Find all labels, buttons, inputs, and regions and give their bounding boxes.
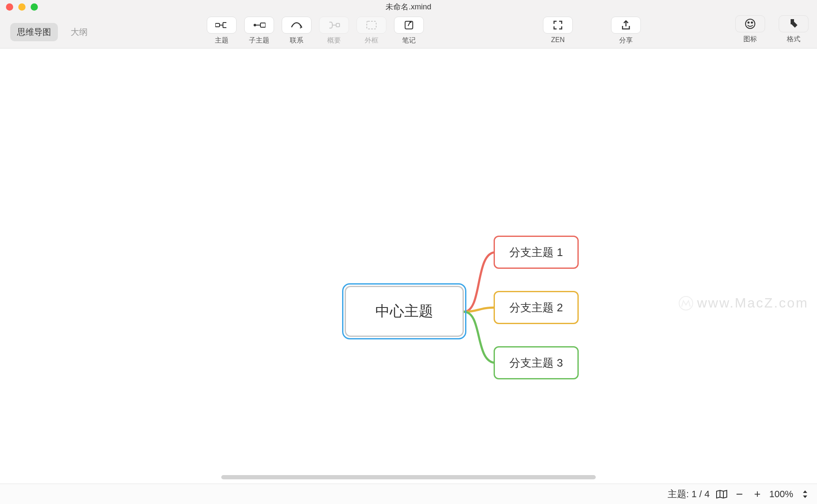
zen-icon[interactable] — [543, 17, 573, 34]
topic-count-label: 主题: — [668, 488, 689, 501]
tab-outline[interactable]: 大纲 — [64, 23, 94, 41]
branch-topic-3[interactable]: 分支主题 3 — [494, 346, 579, 379]
tool-format[interactable]: 格式 — [779, 15, 808, 44]
watermark-text: www.MacZ.com — [697, 295, 808, 311]
tool-summary: 概要 — [319, 17, 349, 45]
horizontal-scrollbar[interactable] — [0, 475, 817, 482]
svg-point-7 — [746, 19, 755, 28]
subtopic-icon[interactable] — [244, 17, 274, 34]
tool-label: 分享 — [619, 36, 633, 45]
tool-label: ZEN — [551, 36, 565, 44]
svg-rect-0 — [215, 23, 220, 27]
tool-share[interactable]: 分享 — [611, 17, 641, 45]
close-icon[interactable] — [6, 3, 13, 11]
zoom-stepper-icon[interactable] — [799, 488, 811, 500]
statusbar: 主题: 1 / 4 − + 100% — [0, 484, 817, 504]
topic-icon[interactable] — [207, 17, 237, 34]
central-topic[interactable]: 中心主题 — [345, 286, 464, 337]
tool-label: 外框 — [365, 36, 378, 45]
window-controls — [6, 3, 38, 11]
toolbar: 思维导图 大纲 主题 子主题 联系 概要 — [0, 14, 817, 48]
tool-label: 格式 — [787, 35, 800, 44]
tool-label: 笔记 — [402, 36, 416, 45]
titlebar: 未命名.xmind — [0, 0, 817, 14]
tool-emoji[interactable]: 图标 — [735, 15, 765, 44]
branch-topic-1[interactable]: 分支主题 1 — [494, 236, 579, 269]
svg-point-1 — [254, 24, 256, 26]
tab-mindmap[interactable]: 思维导图 — [10, 23, 58, 41]
emoji-icon[interactable] — [735, 15, 765, 32]
svg-point-6 — [410, 21, 411, 23]
tool-relationship[interactable]: 联系 — [282, 17, 311, 45]
scrollbar-thumb[interactable] — [221, 475, 596, 479]
toolbar-far-right: 图标 格式 — [735, 15, 808, 44]
tool-zen[interactable]: ZEN — [543, 17, 573, 45]
minimize-icon[interactable] — [18, 3, 26, 11]
summary-icon — [319, 17, 349, 34]
tool-label: 子主题 — [249, 36, 269, 45]
note-icon[interactable] — [394, 17, 424, 34]
map-overview-button[interactable] — [716, 488, 728, 500]
branch-topic-2[interactable]: 分支主题 2 — [494, 291, 579, 324]
zoom-level[interactable]: 100% — [769, 489, 793, 500]
watermark: www.MacZ.com — [678, 295, 808, 311]
zoom-in-button[interactable]: + — [751, 488, 763, 500]
format-icon[interactable] — [779, 15, 808, 32]
svg-point-10 — [679, 296, 693, 310]
view-mode-tabs: 思维导图 大纲 — [10, 23, 94, 41]
boundary-icon — [357, 17, 386, 34]
svg-point-9 — [751, 22, 753, 23]
tool-note[interactable]: 笔记 — [394, 17, 424, 45]
svg-point-8 — [748, 22, 749, 23]
share-icon[interactable] — [611, 17, 641, 34]
window-title: 未命名.xmind — [386, 2, 431, 12]
zoom-out-button[interactable]: − — [734, 488, 746, 500]
svg-rect-2 — [260, 23, 266, 27]
toolbar-center: 主题 子主题 联系 概要 外框 — [207, 17, 424, 45]
tool-label: 概要 — [327, 36, 341, 45]
maximize-icon[interactable] — [31, 3, 38, 11]
tool-label: 联系 — [290, 36, 303, 45]
topic-count-value: 1 / 4 — [691, 489, 710, 500]
canvas[interactable]: www.MacZ.com 中心主题 分支主题 1 分支主题 2 分支主题 3 — [0, 48, 817, 484]
tool-label: 图标 — [743, 35, 757, 44]
svg-rect-3 — [336, 23, 340, 27]
tool-boundary: 外框 — [357, 17, 386, 45]
tool-subtopic[interactable]: 子主题 — [244, 17, 274, 45]
tool-topic[interactable]: 主题 — [207, 17, 237, 45]
relationship-icon[interactable] — [282, 17, 311, 34]
svg-rect-4 — [367, 21, 376, 29]
tool-label: 主题 — [215, 36, 229, 45]
toolbar-right: ZEN 分享 — [543, 17, 641, 45]
